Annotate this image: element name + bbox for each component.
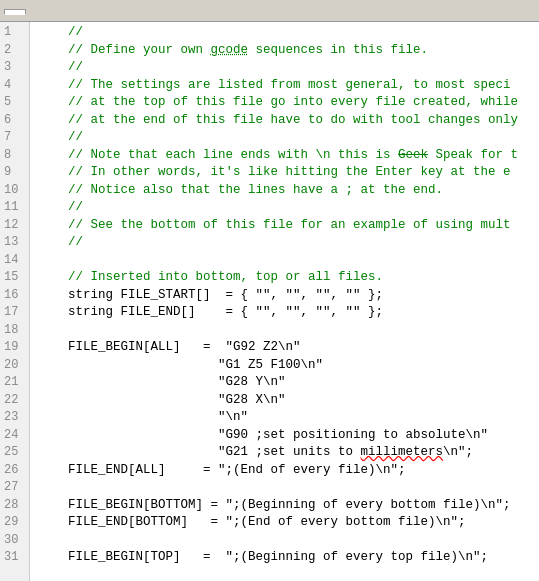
line-number: 30 <box>4 532 23 550</box>
line-number: 2 <box>4 42 23 60</box>
code-text: "G90 ;set positioning to absolute\n" <box>38 427 488 445</box>
code-line: FILE_END[BOTTOM] = ";(End of every botto… <box>38 514 539 532</box>
line-number: 17 <box>4 304 23 322</box>
line-number: 7 <box>4 129 23 147</box>
code-line: // at the end of this file have to do wi… <box>38 112 539 130</box>
line-numbers: 1234567891011121314151617181920212223242… <box>0 22 30 581</box>
code-line: // <box>38 234 539 252</box>
comment-text: // at the top of this file go into every… <box>38 94 518 112</box>
code-text: FILE_BEGIN[BOTTOM] = ";(Beginning of eve… <box>38 497 511 515</box>
code-line: FILE_BEGIN[ALL] = "G92 Z2\n" <box>38 339 539 357</box>
code-text: "G1 Z5 F100\n" <box>38 357 323 375</box>
comment-text: // <box>38 234 83 252</box>
code-line: // <box>38 59 539 77</box>
line-number: 27 <box>4 479 23 497</box>
code-line: "G21 ;set units to millimeters\n"; <box>38 444 539 462</box>
line-number: 11 <box>4 199 23 217</box>
comment-text: // Notice also that the lines have a ; a… <box>38 182 443 200</box>
code-line: // Inserted into bottom, top or all file… <box>38 269 539 287</box>
code-line: "\n" <box>38 409 539 427</box>
code-line: FILE_BEGIN[BOTTOM] = ";(Beginning of eve… <box>38 497 539 515</box>
comment-text: // <box>38 59 83 77</box>
code-text: "G21 ;set units to millimeters\n"; <box>38 444 473 462</box>
code-text: FILE_END[BOTTOM] = ";(End of every botto… <box>38 514 466 532</box>
code-text: FILE_END[ALL] = ";(End of every file)\n"… <box>38 462 406 480</box>
code-text: "G28 X\n" <box>38 392 286 410</box>
code-line: // Notice also that the lines have a ; a… <box>38 182 539 200</box>
comment-text: // Note that each line ends with \n this… <box>38 147 518 165</box>
line-number: 10 <box>4 182 23 200</box>
code-text: "\n" <box>38 409 248 427</box>
code-line: "G28 Y\n" <box>38 374 539 392</box>
line-number: 28 <box>4 497 23 515</box>
line-number: 19 <box>4 339 23 357</box>
code-line: string FILE_END[] = { "", "", "", "" }; <box>38 304 539 322</box>
comment-text: // <box>38 129 83 147</box>
line-number: 21 <box>4 374 23 392</box>
code-line: // <box>38 24 539 42</box>
code-line: // In other words, it's like hitting the… <box>38 164 539 182</box>
code-line: // The settings are listed from most gen… <box>38 77 539 95</box>
comment-text: // <box>38 199 83 217</box>
file-tab[interactable] <box>4 9 26 15</box>
line-number: 26 <box>4 462 23 480</box>
code-line: "G1 Z5 F100\n" <box>38 357 539 375</box>
line-number: 5 <box>4 94 23 112</box>
line-number: 22 <box>4 392 23 410</box>
code-content[interactable]: // // Define your own gcode sequences in… <box>30 22 539 581</box>
comment-text: // Inserted into bottom, top or all file… <box>38 269 383 287</box>
code-line: FILE_END[ALL] = ";(End of every file)\n"… <box>38 462 539 480</box>
line-number: 13 <box>4 234 23 252</box>
code-line: // Note that each line ends with \n this… <box>38 147 539 165</box>
code-text: FILE_BEGIN[TOP] = ";(Beginning of every … <box>38 549 488 567</box>
line-number: 6 <box>4 112 23 130</box>
code-line: // <box>38 199 539 217</box>
code-text: "G28 Y\n" <box>38 374 286 392</box>
comment-text: // See the bottom of this file for an ex… <box>38 217 511 235</box>
code-line <box>38 322 539 340</box>
line-number: 23 <box>4 409 23 427</box>
code-line: // <box>38 129 539 147</box>
line-number: 1 <box>4 24 23 42</box>
comment-text: // In other words, it's like hitting the… <box>38 164 511 182</box>
line-number: 14 <box>4 252 23 270</box>
code-text: FILE_BEGIN[ALL] = "G92 Z2\n" <box>38 339 301 357</box>
code-line: // See the bottom of this file for an ex… <box>38 217 539 235</box>
line-number: 15 <box>4 269 23 287</box>
code-line: // Define your own gcode sequences in th… <box>38 42 539 60</box>
comment-text: // <box>38 24 83 42</box>
code-line: "G28 X\n" <box>38 392 539 410</box>
line-number: 24 <box>4 427 23 445</box>
code-line <box>38 252 539 270</box>
line-number: 18 <box>4 322 23 340</box>
code-line: string FILE_START[] = { "", "", "", "" }… <box>38 287 539 305</box>
line-number: 20 <box>4 357 23 375</box>
title-bar <box>0 0 539 22</box>
code-line <box>38 479 539 497</box>
line-number: 12 <box>4 217 23 235</box>
code-line: "G90 ;set positioning to absolute\n" <box>38 427 539 445</box>
code-line: // at the top of this file go into every… <box>38 94 539 112</box>
line-number: 4 <box>4 77 23 95</box>
line-number: 9 <box>4 164 23 182</box>
comment-text: // at the end of this file have to do wi… <box>38 112 518 130</box>
comment-text: // Define your own gcode sequences in th… <box>38 42 428 60</box>
line-number: 31 <box>4 549 23 567</box>
line-number: 16 <box>4 287 23 305</box>
line-number: 25 <box>4 444 23 462</box>
line-number: 29 <box>4 514 23 532</box>
comment-text: // The settings are listed from most gen… <box>38 77 511 95</box>
line-number: 8 <box>4 147 23 165</box>
code-container: 1234567891011121314151617181920212223242… <box>0 22 539 581</box>
code-text: string FILE_START[] = { "", "", "", "" }… <box>38 287 383 305</box>
code-line <box>38 532 539 550</box>
code-text: string FILE_END[] = { "", "", "", "" }; <box>38 304 383 322</box>
line-number: 3 <box>4 59 23 77</box>
code-line: FILE_BEGIN[TOP] = ";(Beginning of every … <box>38 549 539 567</box>
